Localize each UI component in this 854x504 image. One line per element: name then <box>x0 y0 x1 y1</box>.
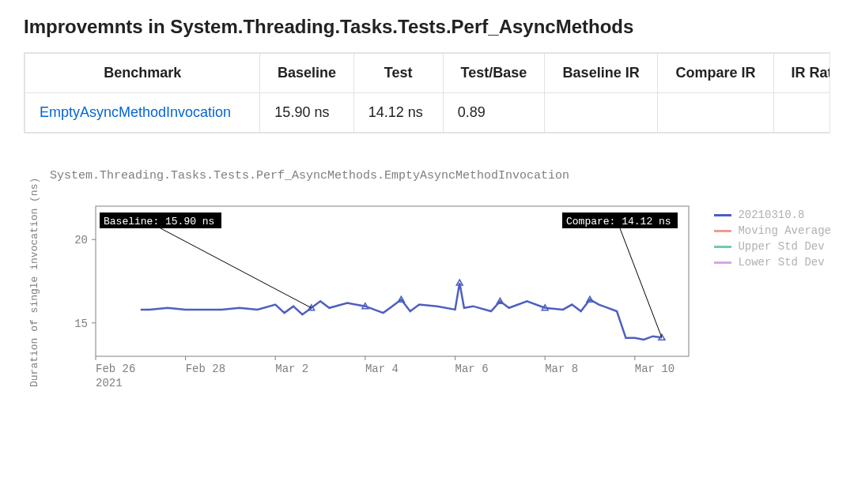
col-baseline: Baseline <box>260 54 353 93</box>
cell-bir <box>545 93 658 133</box>
cell-cir <box>658 93 774 133</box>
svg-text:15: 15 <box>74 318 88 330</box>
svg-line-22 <box>161 228 312 308</box>
svg-text:20: 20 <box>74 234 88 246</box>
table-row: EmptyAsyncMethodInvocation 15.90 ns 14.1… <box>25 93 831 133</box>
perf-chart: Duration of single invocation (ns) Syste… <box>24 169 830 396</box>
page-title: Improvemnts in System.Threading.Tasks.Te… <box>24 16 830 38</box>
svg-text:Compare: 14.12 ns: Compare: 14.12 ns <box>566 216 671 228</box>
col-ir-ratio: IR Ratio <box>774 54 830 93</box>
legend-lower-std: Lower Std Dev <box>738 256 824 269</box>
cell-baseline: 15.90 ns <box>260 93 353 133</box>
col-test: Test <box>353 54 443 93</box>
svg-text:Feb 26: Feb 26 <box>96 363 135 375</box>
col-compare-ir: Compare IR <box>658 54 774 93</box>
table-header-row: Benchmark Baseline Test Test/Base Baseli… <box>25 54 831 93</box>
svg-text:Mar 4: Mar 4 <box>365 363 399 375</box>
svg-text:Mar 6: Mar 6 <box>455 363 489 375</box>
cell-test: 14.12 ns <box>353 93 443 133</box>
benchmark-table-scroll[interactable]: Benchmark Baseline Test Test/Base Baseli… <box>24 52 830 134</box>
legend-moving-avg: Moving Average <box>738 224 831 237</box>
svg-text:Baseline: 15.90 ns: Baseline: 15.90 ns <box>104 216 214 228</box>
legend-upper-std: Upper Std Dev <box>738 240 824 253</box>
col-testbase: Test/Base <box>443 54 545 93</box>
legend-series-main: 20210310.8 <box>738 209 804 221</box>
svg-text:Feb 28: Feb 28 <box>186 363 225 375</box>
col-baseline-ir: Baseline IR <box>545 54 658 93</box>
svg-text:2021: 2021 <box>96 377 123 389</box>
chart-ylabel: Duration of single invocation (ns) <box>24 169 40 396</box>
chart-legend: 20210310.8 Moving Average Upper Std Dev … <box>714 209 831 272</box>
benchmark-table: Benchmark Baseline Test Test/Base Baseli… <box>25 53 830 133</box>
benchmark-link[interactable]: EmptyAsyncMethodInvocation <box>40 104 231 120</box>
svg-rect-0 <box>96 206 689 356</box>
cell-benchmark: EmptyAsyncMethodInvocation <box>25 93 260 133</box>
svg-text:Mar 10: Mar 10 <box>635 363 675 375</box>
svg-text:Mar 8: Mar 8 <box>545 363 578 375</box>
chart-svg: 1520Feb 26Feb 28Mar 2Mar 4Mar 6Mar 8Mar … <box>40 190 831 396</box>
cell-irr <box>774 93 830 133</box>
col-benchmark: Benchmark <box>25 54 260 93</box>
chart-title: System.Threading.Tasks.Tests.Perf_AsyncM… <box>50 169 831 182</box>
svg-text:Mar 2: Mar 2 <box>275 363 308 375</box>
cell-ratio: 0.89 <box>443 93 545 133</box>
svg-line-25 <box>620 228 662 337</box>
